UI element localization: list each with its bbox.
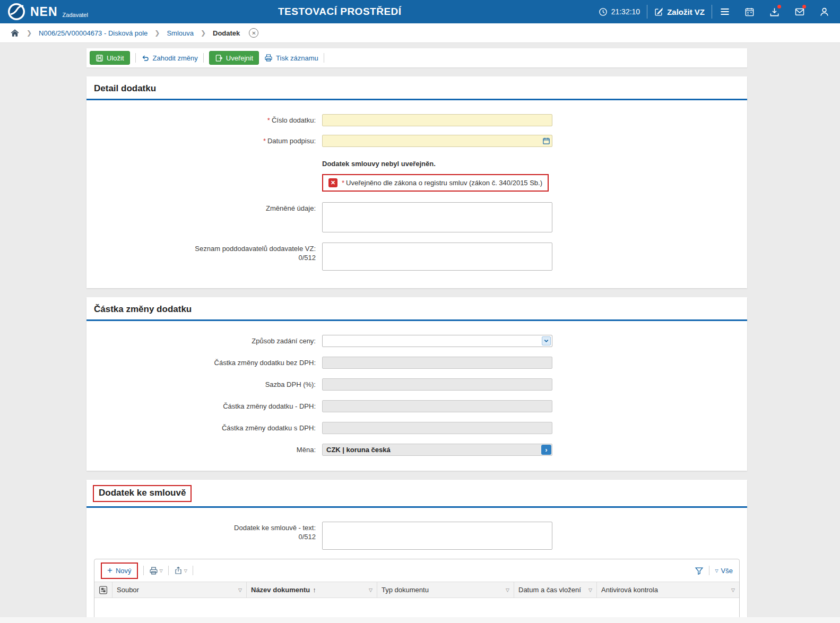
sort-asc-icon[interactable]: ↑ bbox=[313, 586, 316, 594]
column-header-nazev[interactable]: Název dokumentu ↑ ▽ bbox=[247, 582, 377, 598]
castka-s-dph-input bbox=[322, 422, 552, 434]
separator bbox=[193, 566, 193, 575]
column-filter-icon[interactable]: ▽ bbox=[503, 587, 509, 593]
field-label: Částka změny dodatku bez DPH: bbox=[86, 357, 322, 369]
print-record-button[interactable]: Tisk záznamu bbox=[264, 54, 318, 62]
sazba-dph-input bbox=[322, 378, 552, 391]
field-label: Částka změny dodatku s DPH: bbox=[86, 422, 322, 434]
field-label: Částka změny dodatku - DPH: bbox=[86, 400, 322, 412]
mena-field[interactable]: CZK | koruna česká bbox=[322, 444, 552, 456]
separator bbox=[709, 566, 709, 575]
field-label: *Číslo dodatku: bbox=[86, 114, 322, 126]
column-filter-icon[interactable]: ▽ bbox=[585, 587, 592, 593]
castka-dph-input bbox=[322, 400, 552, 412]
field-label: Dodatek ke smlouvě - text: 0/512 bbox=[86, 522, 322, 551]
column-filter-icon[interactable]: ▽ bbox=[235, 587, 242, 593]
calendar-icon bbox=[744, 7, 755, 17]
export-button[interactable]: ▽ bbox=[174, 566, 187, 575]
save-icon bbox=[96, 54, 103, 62]
required-marker: * bbox=[263, 137, 266, 145]
datum-podpisu-input[interactable] bbox=[322, 135, 552, 147]
separator bbox=[324, 53, 324, 63]
dodatek-ke-smlouve-panel: Dodatek ke smlouvě Dodatek ke smlouvě - … bbox=[86, 480, 747, 623]
top-bar: NEN Zadavatel TESTOVACÍ PROSTŘEDÍ 21:32:… bbox=[0, 0, 840, 23]
page-footer bbox=[0, 617, 840, 623]
form-row: *Datum podpisu: bbox=[86, 135, 747, 147]
breadcrumb-item-dodatek: Dodatek bbox=[213, 29, 240, 37]
column-filter-icon[interactable]: ▽ bbox=[728, 587, 735, 593]
new-document-button[interactable]: + Nový bbox=[101, 563, 138, 579]
form-row: *Číslo dodatku: bbox=[86, 114, 747, 126]
table-settings-button[interactable] bbox=[94, 582, 112, 598]
messages-button[interactable] bbox=[787, 0, 812, 23]
documents-table: + Nový ▽ ▽ bbox=[94, 559, 740, 623]
table-toolbar: + Nový ▽ ▽ bbox=[94, 559, 739, 582]
dropdown-triangle-icon: ▽ bbox=[184, 568, 187, 573]
show-all-filter-button[interactable]: ▽ Vše bbox=[715, 567, 733, 575]
datepicker-calendar-icon[interactable] bbox=[542, 137, 550, 145]
red-cross-indicator-icon[interactable]: ✕ bbox=[328, 178, 337, 187]
environment-title: TESTOVACÍ PROSTŘEDÍ bbox=[88, 6, 592, 18]
chevron-down-icon[interactable] bbox=[542, 336, 551, 345]
field-label: Měna: bbox=[86, 444, 322, 456]
separator bbox=[203, 53, 204, 63]
cislo-dodatku-input[interactable] bbox=[322, 114, 552, 126]
session-timer: 21:32:10 bbox=[592, 0, 647, 23]
castka-zmeny-panel: Částka změny dodatku Způsob zadání ceny:… bbox=[86, 297, 747, 471]
save-button[interactable]: Uložit bbox=[90, 51, 130, 65]
separator bbox=[168, 566, 169, 575]
brand-name: NEN bbox=[30, 3, 58, 21]
undo-icon bbox=[141, 54, 150, 62]
column-header-soubor[interactable]: Soubor ▽ bbox=[112, 582, 247, 598]
breadcrumb-item-smlouva[interactable]: Smlouva bbox=[167, 29, 194, 37]
zpusob-zadani-ceny-select[interactable] bbox=[322, 335, 552, 347]
zmenene-udaje-textarea[interactable] bbox=[322, 202, 552, 232]
person-icon bbox=[819, 7, 829, 17]
required-marker: * bbox=[342, 179, 344, 187]
form-row: Seznam poddodavatelů dodavatele VZ: 0/51… bbox=[86, 243, 747, 272]
printer-icon bbox=[264, 54, 273, 62]
detail-dodatku-panel: Detail dodatku *Číslo dodatku: *Datum po… bbox=[86, 76, 747, 288]
field-label: Seznam poddodavatelů dodavatele VZ: 0/51… bbox=[86, 243, 322, 272]
column-header-antivir[interactable]: Antivirová kontrola ▽ bbox=[597, 582, 739, 598]
separator bbox=[135, 53, 136, 63]
dropdown-triangle-icon: ▽ bbox=[160, 568, 163, 573]
form-row: Způsob zadání ceny: bbox=[86, 335, 747, 347]
calendar-button[interactable] bbox=[737, 0, 762, 23]
seznam-poddodavatelu-textarea[interactable] bbox=[322, 243, 552, 271]
close-icon[interactable]: ✕ bbox=[249, 28, 258, 38]
nen-brand[interactable]: NEN Zadavatel bbox=[7, 3, 88, 21]
create-vz-button[interactable]: Založit VZ bbox=[647, 0, 712, 23]
form-row: Částka změny dodatku bez DPH: bbox=[86, 357, 747, 369]
user-profile-button[interactable] bbox=[812, 0, 837, 23]
filter-icon[interactable] bbox=[695, 566, 704, 575]
chevron-separator-icon: ❯ bbox=[27, 29, 32, 37]
print-table-button[interactable]: ▽ bbox=[149, 566, 163, 575]
menu-button[interactable] bbox=[712, 0, 737, 23]
column-header-typ[interactable]: Typ dokumentu ▽ bbox=[377, 582, 514, 598]
discard-changes-button[interactable]: Zahodit změny bbox=[141, 54, 198, 62]
column-header-datum[interactable]: Datum a čas vložení ▽ bbox=[514, 582, 597, 598]
form-row: Změněné údaje: bbox=[86, 202, 747, 234]
home-icon[interactable] bbox=[10, 28, 20, 38]
field-label: Sazba DPH (%): bbox=[86, 378, 322, 391]
registr-smluv-label: *Uveřejněno dle zákona o registru smluv … bbox=[342, 179, 542, 187]
breadcrumb: ❯ N006/25/V00004673 - Disková pole ❯ Sml… bbox=[0, 23, 840, 43]
required-marker: * bbox=[267, 116, 270, 124]
breadcrumb-item-vz[interactable]: N006/25/V00004673 - Disková pole bbox=[39, 29, 148, 37]
chevron-right-icon[interactable]: › bbox=[541, 445, 551, 455]
chevron-separator-icon: ❯ bbox=[201, 29, 206, 37]
nen-logo-icon bbox=[7, 3, 25, 21]
share-icon bbox=[174, 566, 183, 575]
notification-badge bbox=[802, 5, 806, 8]
downloads-button[interactable] bbox=[762, 0, 787, 23]
dodatek-text-textarea[interactable] bbox=[322, 522, 552, 550]
column-filter-icon[interactable]: ▽ bbox=[366, 587, 373, 593]
top-bar-actions: 21:32:10 Založit VZ bbox=[592, 0, 837, 23]
form-row: Měna: CZK | koruna česká › bbox=[86, 444, 747, 456]
edit-icon bbox=[654, 7, 663, 16]
publication-status-text: Dodatek smlouvy nebyl uveřejněn. bbox=[322, 160, 747, 168]
publish-icon bbox=[215, 54, 223, 62]
main-content: Uložit Zahodit změny Uveřejnit Tisk zázn… bbox=[86, 48, 747, 623]
publish-button[interactable]: Uveřejnit bbox=[209, 51, 259, 65]
